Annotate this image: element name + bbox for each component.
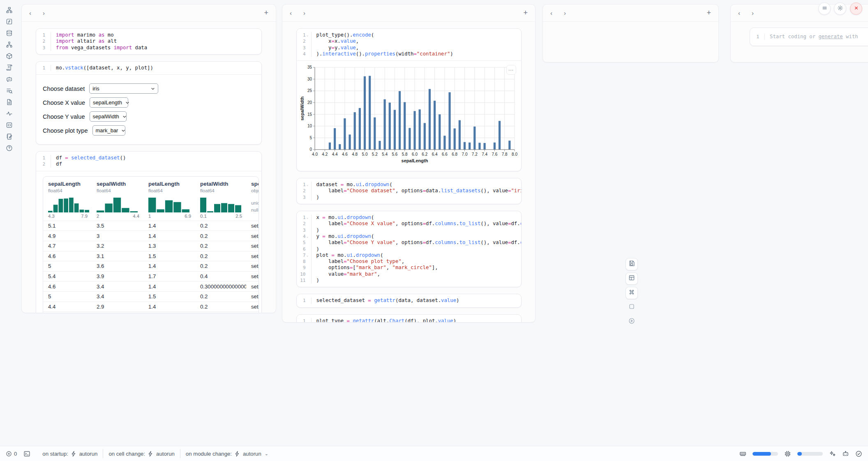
cell-xy-plot-dropdowns[interactable]: 1⌄x = mo.ui.dropdown(2 label="Choose X v…	[296, 211, 522, 287]
code-line[interactable]: 3)	[297, 227, 521, 233]
terminal-button[interactable]	[23, 450, 30, 457]
add-cell-button[interactable]: +	[264, 9, 268, 17]
code-line[interactable]: 2 x=x.value,	[297, 38, 521, 44]
column-next-button[interactable]: ›	[303, 9, 305, 16]
cell-plot-type[interactable]: 1plot_type = getattr(alt.Chart(df), plot…	[296, 314, 522, 323]
code-line[interactable]: 2df	[36, 161, 261, 167]
column-header-species[interactable]: speciesobjectunique:nulls:	[246, 181, 259, 219]
column-header-petalWidth[interactable]: petalWidthfloat640.12.5	[195, 181, 246, 219]
sidebar-item-package[interactable]	[6, 53, 13, 60]
cell-selected-dataset[interactable]: 1selected_dataset = getattr(data, datase…	[296, 294, 522, 307]
column-prev-button[interactable]: ‹	[290, 9, 292, 16]
add-cell-button[interactable]: +	[523, 9, 528, 17]
code-line[interactable]: 1⌄plot_type().encode(	[297, 32, 521, 38]
assistant-icon[interactable]	[842, 450, 849, 457]
table-row[interactable]: 4.93.11.50.1setosa	[43, 311, 259, 313]
code-line[interactable]: 1mo.vstack([dataset, x, y, plot])	[36, 65, 261, 71]
sidebar-item-document[interactable]	[6, 99, 13, 106]
cell-imports[interactable]: 1import marimo as mo2import altair as al…	[36, 28, 262, 55]
code-line[interactable]: 5 label="Choose Y value", options=df.col…	[297, 240, 521, 246]
code-line[interactable]: 11)	[297, 277, 521, 284]
ai-sparkles-icon[interactable]	[829, 450, 836, 457]
code-line[interactable]: 3)	[297, 194, 521, 201]
shutdown-button[interactable]	[850, 2, 862, 15]
add-cell-button[interactable]: +	[706, 9, 711, 17]
column-next-button[interactable]: ›	[752, 9, 754, 16]
code-line[interactable]: 4⌄y = mo.ui.dropdown(	[297, 233, 521, 240]
code-line[interactable]: 8 label="Choose plot type",	[297, 258, 521, 265]
table-row[interactable]: 5.43.91.70.4setosa	[43, 271, 259, 281]
fold-chevron-icon[interactable]: ⌄	[306, 182, 309, 188]
sidebar-item-chat-bot[interactable]	[6, 76, 13, 83]
column-next-button[interactable]: ›	[564, 9, 566, 16]
sidebar-item-file-tree[interactable]	[6, 7, 13, 14]
sidebar-item-code-cell[interactable]	[6, 122, 13, 129]
error-count-indicator[interactable]: 0	[6, 451, 17, 457]
cell-vstack[interactable]: 1mo.vstack([dataset, x, y, plot]) Choose…	[36, 61, 262, 145]
sidebar-item-help[interactable]	[6, 145, 13, 152]
code-line[interactable]: 1⌄x = mo.ui.dropdown(	[297, 214, 521, 221]
sidebar-item-script[interactable]	[6, 64, 13, 71]
fold-chevron-icon[interactable]: ⌄	[306, 252, 309, 258]
save-button[interactable]	[626, 258, 638, 270]
column-header-sepalLength[interactable]: sepalLengthfloat644.37.9	[43, 181, 92, 219]
dropdown-choose-plot-type[interactable]: mark_bar	[92, 125, 125, 136]
fold-chevron-icon[interactable]: ⌄	[306, 233, 309, 240]
code-line[interactable]: 1df = selected_dataset()	[36, 155, 261, 161]
code-line[interactable]: 2 label="Choose dataset", options=data.l…	[297, 188, 521, 194]
on-cell-change-setting[interactable]: on cell change: autorun	[103, 451, 180, 457]
code-line[interactable]: 3 y=y.value,	[297, 45, 521, 51]
code-line[interactable]: 2import altair as alt	[36, 38, 261, 44]
table-row[interactable]: 5.13.51.40.2setosa	[43, 221, 259, 231]
code-line[interactable]: 1selected_dataset = getattr(data, datase…	[297, 297, 521, 304]
code-line[interactable]: 1⌄dataset = mo.ui.dropdown(	[297, 182, 521, 188]
column-prev-button[interactable]: ‹	[29, 9, 31, 16]
table-row[interactable]: 4.42.91.40.2setosa	[43, 302, 259, 312]
code-line[interactable]: 1import marimo as mo	[36, 32, 261, 38]
table-row[interactable]: 4.931.40.2setosa	[43, 230, 259, 241]
column-prev-button[interactable]: ‹	[550, 9, 552, 16]
dropdown-choose-y-value[interactable]: sepalWidth	[90, 111, 127, 122]
code-line[interactable]: 3from vega_datasets import data	[36, 45, 261, 51]
table-row[interactable]: 4.63.11.50.2setosa	[43, 251, 259, 261]
column-header-petalLength[interactable]: petalLengthfloat6416.9	[143, 181, 195, 219]
cell-dataset-dropdown[interactable]: 1⌄dataset = mo.ui.dropdown(2 label="Choo…	[296, 178, 522, 204]
on-module-change-setting[interactable]: on module change: autorun ⌄	[180, 451, 274, 457]
editor-placeholder[interactable]: Start coding or generate with	[765, 34, 858, 40]
code-line[interactable]: 9 options=["mark_bar", "mark_circle"],	[297, 265, 521, 271]
table-row[interactable]: 53.41.50.2setosa	[43, 291, 259, 302]
code-line[interactable]: 1 Start coding or generate with	[750, 34, 868, 40]
dropdown-choose-dataset[interactable]: iris	[89, 83, 158, 94]
table-row[interactable]: 4.63.41.40.30000000000000004setosa	[43, 281, 259, 291]
keyboard-shortcuts-button[interactable]	[626, 287, 638, 299]
run-all-button[interactable]	[626, 316, 638, 328]
code-line[interactable]: 10 value="mark_bar",	[297, 271, 521, 277]
table-row[interactable]: 53.61.40.2setosa	[43, 261, 259, 271]
altair-bar-chart[interactable]: 4.04.24.44.64.85.05.25.45.65.86.06.26.46…	[299, 64, 519, 168]
fold-chevron-icon[interactable]: ⌄	[306, 214, 309, 221]
column-prev-button[interactable]: ‹	[738, 9, 740, 16]
code-line[interactable]: 1plot_type = getattr(alt.Chart(df), plot…	[297, 318, 521, 323]
layout-select-button[interactable]	[626, 272, 638, 285]
console-button[interactable]	[626, 301, 638, 313]
sidebar-item-activity[interactable]	[6, 110, 13, 117]
sidebar-item-logs-search[interactable]	[6, 87, 13, 94]
column-header-sepalWidth[interactable]: sepalWidthfloat6424.4	[92, 181, 143, 219]
sidebar-item-dependency-graph[interactable]	[6, 41, 13, 48]
sidebar-item-function-square[interactable]	[6, 18, 13, 25]
on-startup-setting[interactable]: on startup: autorun	[37, 451, 103, 457]
cell-empty-editor[interactable]: 1 Start coding or generate with	[750, 28, 868, 46]
settings-button[interactable]	[834, 2, 846, 15]
chart-more-button[interactable]: ⋯	[506, 65, 516, 75]
fold-chevron-icon[interactable]: ⌄	[306, 32, 309, 38]
sidebar-item-scratchpad[interactable]	[6, 133, 13, 140]
notebook-menu-button[interactable]	[818, 2, 831, 15]
cell-dataframe[interactable]: 1df = selected_dataset()2df sepalLengthf…	[36, 151, 262, 313]
code-line[interactable]: 6)	[297, 246, 521, 252]
sidebar-item-database[interactable]	[6, 30, 13, 37]
connection-status-icon[interactable]	[855, 450, 862, 457]
column-next-button[interactable]: ›	[43, 9, 45, 16]
code-line[interactable]: 2 label="Choose X value", options=df.col…	[297, 221, 521, 227]
dropdown-choose-x-value[interactable]: sepalLength	[90, 97, 128, 108]
cell-plot[interactable]: 1⌄plot_type().encode(2 x=x.value,3 y=y.v…	[296, 28, 522, 171]
